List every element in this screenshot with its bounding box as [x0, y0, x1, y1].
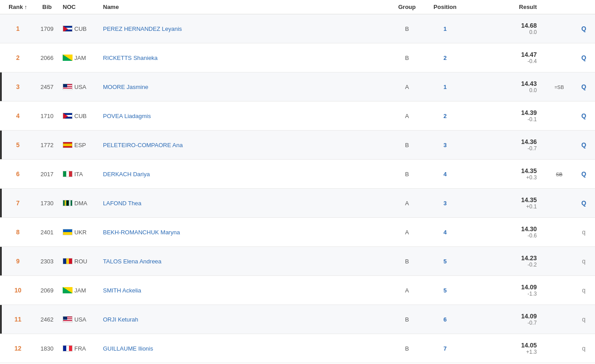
- qualify-icon-cell: q: [573, 316, 595, 323]
- qualify-icon: Q: [582, 170, 586, 178]
- rank-cell: 5: [0, 141, 31, 148]
- rank-cell: 9: [0, 258, 31, 265]
- result-main: 14.09: [465, 284, 537, 291]
- noc-value: FRA: [74, 345, 86, 352]
- table-row[interactable]: 2 2066 JAM RICKETTS Shanieka B 2 14.47 -…: [0, 43, 595, 72]
- position-value: 1: [443, 84, 446, 90]
- bib-cell: 2069: [31, 287, 63, 294]
- group-cell: A: [389, 113, 425, 119]
- position-cell: 2: [425, 55, 465, 61]
- table-row[interactable]: 7 1730 DMA LAFOND Thea A 3 14.35 +0.1 Q: [0, 189, 595, 218]
- athlete-name: BEKH-ROMANCHUK Maryna: [103, 229, 180, 236]
- bib-cell: 1709: [31, 25, 63, 32]
- noc-cell: CUB: [63, 113, 98, 119]
- bib-cell: 2066: [31, 55, 63, 61]
- name-cell[interactable]: BEKH-ROMANCHUK Maryna: [98, 229, 389, 236]
- qualify-icon: Q: [582, 112, 586, 119]
- qualify-icon-cell: Q: [573, 141, 595, 148]
- flag-icon: [63, 287, 73, 293]
- name-cell[interactable]: TALOS Elena Andreea: [98, 258, 389, 265]
- name-cell[interactable]: DERKACH Dariya: [98, 171, 389, 178]
- result-diff: +0.3: [465, 174, 537, 181]
- result-main: 14.23: [465, 254, 537, 262]
- group-cell: A: [389, 287, 425, 294]
- name-cell[interactable]: PEREZ HERNANDEZ Leyanis: [98, 25, 389, 32]
- table-row[interactable]: 11 2462 USA ORJI Keturah B 6 14.09 -0.7 …: [0, 305, 595, 334]
- position-value: 5: [443, 287, 446, 294]
- noc-value: CUB: [74, 25, 86, 32]
- athlete-name: SMITH Ackelia: [103, 287, 141, 294]
- noc-cell: JAM: [63, 55, 98, 61]
- group-value: A: [405, 229, 409, 236]
- bib-cell: 2462: [31, 316, 63, 323]
- athlete-name: RICKETTS Shanieka: [103, 55, 158, 61]
- noc-value: CUB: [74, 113, 86, 119]
- table-row[interactable]: 1 1709 CUB PEREZ HERNANDEZ Leyanis B 1 1…: [0, 14, 595, 43]
- name-cell[interactable]: SMITH Ackelia: [98, 287, 389, 294]
- position-cell: 7: [425, 345, 465, 352]
- result-diff: +0.1: [465, 203, 537, 210]
- result-diff: 0.0: [465, 87, 537, 93]
- name-cell[interactable]: RICKETTS Shanieka: [98, 55, 389, 61]
- group-value: A: [405, 84, 409, 90]
- header-rank[interactable]: Rank ↑: [0, 4, 31, 10]
- group-value: A: [405, 200, 409, 207]
- flag-icon: [63, 345, 73, 351]
- group-value: B: [405, 142, 409, 148]
- table-row[interactable]: 8 2401 UKR BEKH-ROMANCHUK Maryna A 4 14.…: [0, 218, 595, 247]
- rank-value: 1: [16, 25, 20, 32]
- result-diff: -0.7: [465, 145, 537, 152]
- table-row[interactable]: 4 1710 CUB POVEA Liadagmis A 2 14.39 -0.…: [0, 102, 595, 131]
- header-bib: Bib: [31, 4, 63, 10]
- flag-icon: [63, 258, 73, 264]
- name-cell[interactable]: PELETEIRO-COMPAORE Ana: [98, 142, 389, 148]
- noc-value: USA: [74, 316, 86, 323]
- table-row[interactable]: 6 2017 ITA DERKACH Dariya B 4 14.35 +0.3…: [0, 160, 595, 189]
- qualify-icon: Q: [582, 199, 586, 207]
- group-cell: B: [389, 142, 425, 148]
- name-cell[interactable]: GUILLAUME Ilionis: [98, 345, 389, 352]
- table-row[interactable]: 9 2303 ROU TALOS Elena Andreea B 5 14.23…: [0, 247, 595, 276]
- name-cell[interactable]: ORJI Keturah: [98, 316, 389, 323]
- bib-cell: 1772: [31, 142, 63, 148]
- flag-icon: [63, 25, 73, 32]
- flag-icon: [63, 229, 73, 235]
- flag-icon: [63, 200, 73, 206]
- result-cell: 14.68 0.0: [465, 22, 546, 35]
- bib-value: 2069: [41, 287, 54, 294]
- name-cell[interactable]: MOORE Jasmine: [98, 84, 389, 90]
- flag-icon: [63, 113, 73, 119]
- group-cell: A: [389, 84, 425, 90]
- table-row[interactable]: 10 2069 JAM SMITH Ackelia A 5 14.09 -1.3…: [0, 276, 595, 305]
- athlete-name: DERKACH Dariya: [103, 171, 150, 178]
- name-cell[interactable]: POVEA Liadagmis: [98, 113, 389, 119]
- result-cell: 14.23 -0.2: [465, 254, 546, 268]
- noc-value: DMA: [74, 200, 87, 207]
- athlete-name: GUILLAUME Ilionis: [103, 345, 153, 352]
- bib-cell: 1710: [31, 113, 63, 119]
- noc-cell: ESP: [63, 142, 98, 148]
- athlete-name: LAFOND Thea: [103, 200, 141, 207]
- athlete-name: MOORE Jasmine: [103, 84, 148, 90]
- bib-cell: 2401: [31, 229, 63, 236]
- noc-value: ESP: [74, 142, 86, 148]
- position-cell: 2: [425, 113, 465, 119]
- noc-cell: USA: [63, 316, 98, 323]
- rank-value: 11: [14, 316, 21, 323]
- name-cell[interactable]: LAFOND Thea: [98, 200, 389, 207]
- qualify-icon-cell: Q: [573, 199, 595, 207]
- header-position: Position: [425, 4, 465, 10]
- position-cell: 4: [425, 171, 465, 178]
- table-row[interactable]: 3 2457 USA MOORE Jasmine A 1 14.43 0.0 =…: [0, 72, 595, 102]
- noc-cell: CUB: [63, 25, 98, 32]
- result-cell: 14.35 +0.1: [465, 196, 546, 210]
- table-row[interactable]: 12 1830 FRA GUILLAUME Ilionis B 7 14.05 …: [0, 334, 595, 363]
- noc-cell: USA: [63, 84, 98, 90]
- table-row[interactable]: 5 1772 ESP PELETEIRO-COMPAORE Ana B 3 14…: [0, 131, 595, 160]
- group-value: B: [405, 25, 409, 32]
- group-value: B: [405, 55, 409, 61]
- rank-value: 2: [16, 54, 20, 61]
- bib-value: 2066: [41, 55, 54, 61]
- result-diff: 0.0: [465, 29, 537, 35]
- position-value: 2: [443, 55, 446, 61]
